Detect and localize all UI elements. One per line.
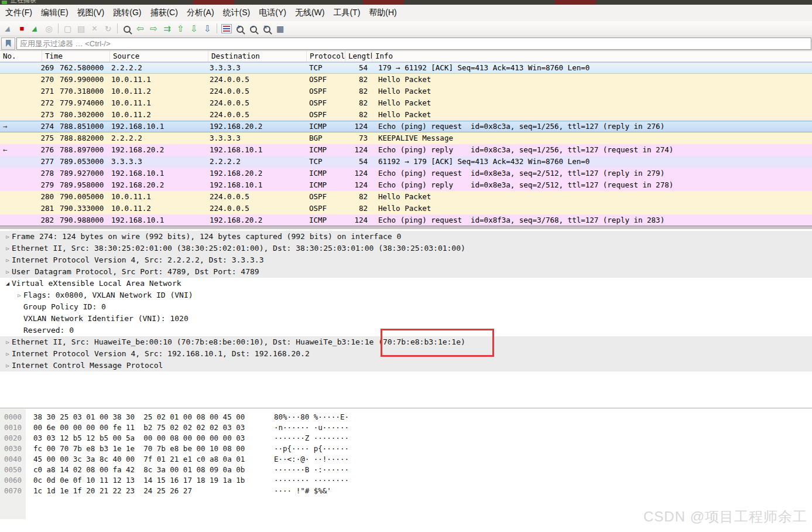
go-back-icon[interactable]: ⇦ — [133, 24, 147, 33]
hex-row[interactable]: 0030fc 00 70 7b e8 b3 1e 1e 70 7b e8 be … — [0, 444, 812, 454]
resize-columns-icon[interactable]: ▦ — [273, 25, 287, 33]
start-capture-icon[interactable]: ▲ — [2, 24, 15, 33]
zoom-in-icon[interactable]: + — [233, 24, 246, 32]
cell-destination: 192.168.10.1 — [208, 144, 307, 156]
detail-line-ethernet-outer[interactable]: ▷Ethernet II, Src: 38:30:25:02:01:00 (38… — [0, 243, 812, 254]
expander-icon[interactable]: ▷ — [4, 231, 12, 243]
cell-time: 788.897000 — [54, 144, 110, 156]
packet-row-selected[interactable]: →274788.851000192.168.10.1192.168.20.2IC… — [0, 121, 812, 132]
go-last-icon[interactable]: ⇩ — [187, 24, 201, 33]
menu-tools[interactable]: 工具(T) — [330, 5, 364, 21]
detail-line-icmp[interactable]: ▷Internet Control Message Protocol — [0, 360, 812, 371]
cell-no: 272 — [16, 97, 54, 109]
packet-row[interactable]: 278789.927000192.168.10.1192.168.20.2ICM… — [0, 168, 812, 179]
detail-text: Group Policy ID: 0 — [23, 301, 106, 313]
packet-row[interactable]: 273780.30200010.0.11.2224.0.0.5OSPF82Hel… — [0, 109, 812, 121]
hex-row[interactable]: 001000 6e 00 00 00 00 fe 11 b2 75 02 02 … — [0, 422, 812, 433]
hex-offset: 0050 — [4, 465, 22, 475]
expander-icon[interactable]: ▷ — [4, 254, 12, 266]
packet-row[interactable]: 275788.8820002.2.2.23.3.3.3BGP73KEEPALIV… — [0, 132, 812, 144]
expander-icon[interactable]: ▷ — [4, 360, 12, 371]
reload-icon[interactable]: ↻ — [101, 25, 115, 33]
detail-line-frame[interactable]: ▷Frame 274: 124 bytes on wire (992 bits)… — [0, 231, 812, 243]
column-header-length[interactable]: Length — [345, 51, 372, 62]
hex-bytes: 38 30 25 03 01 00 38 30 25 02 01 00 08 0… — [33, 412, 245, 422]
hex-row[interactable]: 00600c 0d 0e 0f 10 11 12 13 14 15 16 17 … — [0, 475, 812, 486]
hex-row[interactable]: 002003 03 12 b5 12 b5 00 5a 00 00 08 00 … — [0, 433, 812, 444]
menu-edit[interactable]: 编辑(E) — [37, 5, 72, 21]
column-header-destination[interactable]: Destination — [208, 51, 307, 62]
zoom-out-icon[interactable]: − — [246, 24, 260, 32]
hex-bytes: 0c 0d 0e 0f 10 11 12 13 14 15 16 17 18 1… — [33, 475, 245, 486]
go-to-packet-icon[interactable]: ⇉ — [160, 24, 174, 33]
cell-destination: 192.168.20.2 — [208, 214, 307, 226]
colorize-icon[interactable] — [220, 23, 233, 33]
menu-go[interactable]: 跳转(G) — [109, 5, 145, 21]
menu-help[interactable]: 帮助(H) — [365, 5, 400, 21]
hex-row[interactable]: 000038 30 25 03 01 00 38 30 25 02 01 00 … — [0, 412, 812, 422]
detail-line-udp[interactable]: ▷User Datagram Protocol, Src Port: 4789,… — [0, 266, 812, 278]
expander-spacer — [15, 325, 23, 336]
cell-protocol: ICMP — [307, 179, 345, 191]
hex-row[interactable]: 00701c 1d 1e 1f 20 21 22 23 24 25 26 27·… — [0, 486, 812, 496]
packet-row[interactable]: 269762.5800002.2.2.23.3.3.3TCP54179 → 61… — [0, 62, 812, 74]
detail-line-group-policy[interactable]: Group Policy ID: 0 — [0, 301, 812, 313]
cell-info: Hello Packet — [372, 97, 812, 109]
save-file-icon[interactable]: ▤ — [74, 25, 88, 33]
expander-icon[interactable]: ▷ — [4, 266, 12, 278]
capture-options-icon[interactable]: ◎ — [42, 25, 56, 33]
cell-destination: 224.0.0.5 — [208, 86, 307, 97]
packet-row[interactable]: 279789.958000192.168.20.2192.168.10.1ICM… — [0, 179, 812, 191]
packet-row[interactable]: 282790.988000192.168.10.1192.168.20.2ICM… — [0, 214, 812, 226]
column-header-info[interactable]: Info — [372, 51, 812, 62]
go-forward-icon[interactable]: ⇨ — [147, 24, 160, 33]
packet-details-pane: ▷Frame 274: 124 bytes on wire (992 bits)… — [0, 229, 812, 408]
packet-row[interactable]: 280790.00500010.0.11.1224.0.0.5OSPF82Hel… — [0, 191, 812, 203]
cell-info: Echo (ping) request id=0x8c3a, seq=1/256… — [372, 121, 812, 132]
hex-row[interactable]: 004045 00 00 3c 3a 8c 40 00 7f 01 21 e1 … — [0, 454, 812, 465]
column-header-protocol[interactable]: Protocol — [307, 51, 345, 62]
menu-view[interactable]: 视图(V) — [74, 5, 108, 21]
go-first-icon[interactable]: ⇧ — [174, 24, 187, 33]
expander-icon[interactable]: ▷ — [4, 348, 12, 360]
detail-line-vxlan[interactable]: ◢Virtual eXtensible Local Area Network — [0, 278, 812, 289]
menu-wireless[interactable]: 无线(W) — [292, 5, 328, 21]
zoom-original-icon[interactable]: = — [260, 24, 273, 32]
close-file-icon[interactable]: × — [88, 24, 101, 33]
packet-row[interactable]: 277789.0530003.3.3.32.2.2.2TCP5461192 → … — [0, 156, 812, 168]
column-header-no[interactable]: No. — [0, 51, 42, 62]
menu-telephony[interactable]: 电话(Y) — [255, 5, 290, 21]
detail-line-vni[interactable]: VXLAN Network Identifier (VNI): 1020 — [0, 313, 812, 325]
titlebar-artifact — [363, 0, 404, 5]
open-file-icon[interactable]: ▢ — [61, 25, 74, 33]
menu-file[interactable]: 文件(F) — [2, 5, 36, 21]
detail-line-vxlan-flags[interactable]: ▷Flags: 0x0800, VXLAN Network ID (VNI) — [0, 289, 812, 301]
cell-source: 2.2.2.2 — [110, 132, 208, 144]
filter-bookmark-button[interactable] — [1, 37, 15, 50]
column-header-time[interactable]: Time — [42, 51, 110, 62]
cell-no: 275 — [16, 132, 54, 144]
menu-statistics[interactable]: 统计(S) — [220, 5, 254, 21]
display-filter-input[interactable] — [16, 37, 811, 50]
detail-text: Internet Control Message Protocol — [12, 360, 163, 371]
cell-destination: 224.0.0.5 — [208, 109, 307, 121]
related-packet-marker — [0, 97, 16, 109]
expander-icon[interactable]: ▷ — [4, 243, 12, 254]
menu-capture[interactable]: 捕获(C) — [146, 5, 181, 21]
menu-analyze[interactable]: 分析(A) — [183, 5, 218, 21]
packet-row[interactable]: 281790.33300010.0.11.2224.0.0.5OSPF82Hel… — [0, 203, 812, 214]
packet-row[interactable]: 270769.99000010.0.11.1224.0.0.5OSPF82Hel… — [0, 74, 812, 86]
packet-row[interactable]: ←276788.897000192.168.20.2192.168.10.1IC… — [0, 144, 812, 156]
restart-capture-icon[interactable]: ▲ — [29, 24, 42, 33]
expander-icon-expanded[interactable]: ◢ — [4, 278, 12, 289]
stop-capture-icon[interactable]: ■ — [15, 25, 29, 32]
find-packet-icon[interactable] — [120, 24, 133, 32]
column-header-source[interactable]: Source — [110, 51, 208, 62]
expander-icon[interactable]: ▷ — [4, 336, 12, 348]
packet-row[interactable]: 272779.97400010.0.11.1224.0.0.5OSPF82Hel… — [0, 97, 812, 109]
detail-line-ip-outer[interactable]: ▷Internet Protocol Version 4, Src: 2.2.2… — [0, 254, 812, 266]
hex-row[interactable]: 0050c0 a8 14 02 08 00 fa 42 8c 3a 00 01 … — [0, 465, 812, 475]
auto-scroll-icon[interactable]: ⇩ — [201, 24, 214, 33]
expander-icon[interactable]: ▷ — [15, 289, 23, 301]
packet-row[interactable]: 271770.31800010.0.11.2224.0.0.5OSPF82Hel… — [0, 86, 812, 97]
